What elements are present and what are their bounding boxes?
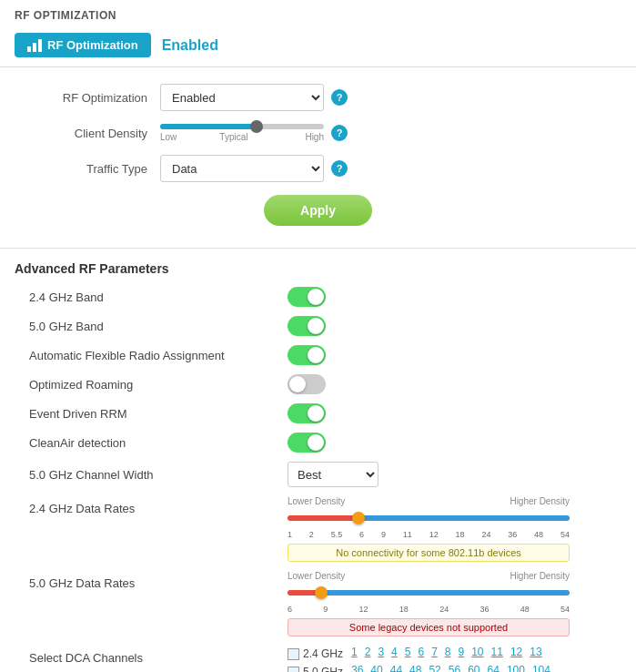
tab-label: RF Optimization	[47, 38, 138, 52]
dca-24-ch-1[interactable]: 1	[351, 646, 358, 658]
dca-24-ch-5[interactable]: 5	[405, 646, 411, 658]
dca-50-channels: 3640444852566064100104 10811211612012412…	[351, 664, 573, 672]
channel-width-control: Best 20 MHz 40 MHz 80 MHz	[288, 462, 379, 487]
rate-warning-24: No connectivity for some 802.11b devices	[288, 544, 570, 562]
dca-24-ch-11[interactable]: 11	[491, 646, 503, 658]
toggle-switch-2[interactable]	[288, 345, 326, 365]
toggle-switch-4[interactable]	[288, 403, 326, 423]
data-rate-24-content: Lower Density Higher Density 1 2 5.5 6 9…	[288, 496, 570, 562]
toggle-row-4: Event Driven RRM	[15, 403, 621, 423]
toggle-knob-4	[308, 405, 324, 422]
rate-track-24	[288, 515, 570, 521]
rate-numbers-50: 6 9 12 18 24 36 48 54	[288, 605, 570, 614]
dca-24-ch-12[interactable]: 12	[510, 646, 522, 658]
dca-24-ch-6[interactable]: 6	[418, 646, 424, 658]
dca-24-ch-7[interactable]: 7	[431, 646, 438, 658]
bar-chart-icon	[27, 39, 42, 52]
tab-status: Enabled	[162, 37, 218, 54]
toggle-row-2: Automatic Flexible Radio Assignment	[15, 345, 621, 365]
dca-24-ch-8[interactable]: 8	[445, 646, 451, 658]
slider-high-label: High	[305, 132, 324, 142]
dca-50-ch-56[interactable]: 56	[449, 664, 460, 672]
rate-thumb-50[interactable]	[315, 586, 328, 599]
data-rate-50-content: Lower Density Higher Density 6 9 12 18 2…	[288, 571, 570, 636]
dca-24-ch-4[interactable]: 4	[391, 646, 398, 658]
dca-50-band: 5.0 GHz	[288, 664, 351, 672]
dca-24-ch-3[interactable]: 3	[378, 646, 384, 658]
toggle-switch-0[interactable]	[288, 287, 326, 307]
client-density-slider[interactable]: Low Typical High	[160, 124, 324, 142]
apply-button[interactable]: Apply	[264, 195, 372, 226]
dca-24-ch-9[interactable]: 9	[459, 646, 465, 658]
dca-50-ch-104[interactable]: 104	[532, 664, 550, 672]
density-labels-50: Lower Density Higher Density	[288, 571, 570, 581]
rf-optimization-control: Enabled Disabled ?	[160, 84, 348, 111]
dca-section: Select DCA Channels 2.4 GHz 123456789101…	[15, 646, 621, 672]
toggle-knob-0	[308, 289, 324, 305]
dca-50-ch-52[interactable]: 52	[429, 664, 440, 672]
toggle-row-5: CleanAir detection	[15, 433, 621, 453]
toggle-label-5: CleanAir detection	[15, 436, 288, 450]
data-rate-24-row: 2.4 GHz Data Rates Lower Density Higher …	[15, 496, 621, 562]
dca-50-ch-44[interactable]: 44	[390, 664, 402, 672]
slider-track	[160, 124, 324, 129]
dca-24-row: 2.4 GHz 12345678910111213	[288, 646, 573, 660]
toggle-switch-1[interactable]	[288, 316, 326, 336]
apply-btn-row: Apply	[15, 195, 621, 226]
rate-slider-24[interactable]	[288, 510, 570, 526]
toggle-row-3: Optimized Roaming	[15, 374, 621, 394]
density-labels-24: Lower Density Higher Density	[288, 496, 570, 506]
dca-50-ch-48[interactable]: 48	[409, 664, 421, 672]
rf-optimization-help-icon[interactable]: ?	[331, 89, 348, 106]
traffic-type-help-icon[interactable]: ?	[331, 160, 348, 177]
higher-density-label-50: Higher Density	[510, 571, 570, 581]
toggle-label-0: 2.4 GHz Band	[15, 290, 288, 304]
toggle-switch-5[interactable]	[288, 433, 326, 453]
dca-50-ch-64[interactable]: 64	[488, 664, 500, 672]
dca-50-ch-60[interactable]: 60	[468, 664, 480, 672]
rate-thumb-24[interactable]	[352, 512, 365, 524]
toggle-control-1	[288, 316, 326, 336]
dca-24-checkbox[interactable]	[288, 648, 299, 660]
client-density-label: Client Density	[15, 127, 160, 140]
dca-50-checkbox[interactable]	[288, 667, 299, 673]
toggle-control-5	[288, 433, 326, 453]
toggle-knob-1	[308, 318, 324, 334]
rf-optimization-select[interactable]: Enabled Disabled	[160, 84, 324, 111]
tab-rf-optimization[interactable]: RF Optimization	[15, 33, 151, 57]
dca-24-band: 2.4 GHz	[288, 646, 351, 660]
toggle-control-0	[288, 287, 326, 307]
dca-50-ch-36[interactable]: 36	[351, 664, 363, 672]
dca-24-ch-2[interactable]: 2	[365, 646, 371, 658]
toggle-rows: 2.4 GHz Band 5.0 GHz Band Automatic Flex…	[15, 287, 621, 453]
toggle-switch-3[interactable]	[288, 374, 326, 394]
traffic-type-control: Data Voice Video ?	[160, 155, 348, 182]
lower-density-label: Lower Density	[288, 496, 345, 506]
lower-density-label-50: Lower Density	[288, 571, 345, 581]
channel-width-select[interactable]: Best 20 MHz 40 MHz 80 MHz	[288, 462, 379, 487]
toggle-label-3: Optimized Roaming	[15, 378, 288, 392]
rate-slider-50[interactable]	[288, 585, 570, 601]
client-density-row: Client Density Low Typical High ?	[15, 124, 621, 142]
advanced-title: Advanced RF Parameters	[15, 261, 621, 276]
rf-optimization-label: RF Optimization	[15, 91, 160, 105]
advanced-section: Advanced RF Parameters 2.4 GHz Band 5.0 …	[0, 249, 636, 672]
dca-24-ch-13[interactable]: 13	[530, 646, 541, 658]
page-title: RF OPTIMIZATION	[0, 0, 636, 27]
traffic-type-label: Traffic Type	[15, 162, 160, 176]
toggle-label-4: Event Driven RRM	[15, 407, 288, 421]
toggle-label-1: 5.0 GHz Band	[15, 320, 288, 333]
settings-form: RF Optimization Enabled Disabled ? Clien…	[0, 67, 636, 249]
dca-24-ch-10[interactable]: 10	[471, 646, 483, 658]
rate-numbers-24: 1 2 5.5 6 9 11 12 18 24 36 48 54	[288, 530, 570, 539]
slider-thumb[interactable]	[250, 120, 263, 133]
client-density-help-icon[interactable]: ?	[331, 125, 348, 141]
channel-width-row: 5.0 GHz Channel Width Best 20 MHz 40 MHz…	[15, 462, 621, 487]
data-rate-50-label: 5.0 GHz Data Rates	[15, 571, 288, 590]
dca-50-ch-100[interactable]: 100	[507, 664, 525, 672]
toggle-label-2: Automatic Flexible Radio Assignment	[15, 349, 288, 362]
dca-50-ch-40[interactable]: 40	[370, 664, 382, 672]
traffic-type-select[interactable]: Data Voice Video	[160, 155, 324, 182]
dca-50-band-label: 5.0 GHz	[303, 666, 343, 672]
toggle-control-2	[288, 345, 326, 365]
